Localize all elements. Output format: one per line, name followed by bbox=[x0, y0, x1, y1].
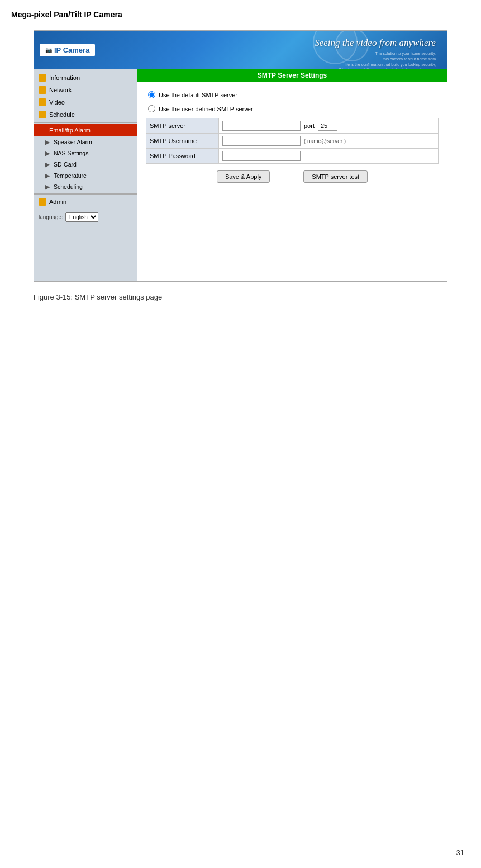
sidebar-label-admin: Admin bbox=[49, 198, 66, 205]
radio-row-custom: Use the user defined SMTP server bbox=[146, 102, 439, 116]
sidebar-item-admin[interactable]: Admin bbox=[34, 196, 137, 208]
sidebar-label-schedule: Schedule bbox=[49, 111, 75, 118]
admin-icon bbox=[39, 198, 46, 206]
radio-row-default: Use the default SMTP server bbox=[146, 88, 439, 102]
main-content: Information Network Video Schedule Email… bbox=[34, 69, 447, 281]
table-row-smtp-server: SMTP server port bbox=[146, 118, 439, 134]
camera-icon: 📷 bbox=[45, 47, 52, 53]
panel-header: SMTP Server Settings bbox=[137, 69, 447, 82]
email-ftp-icon bbox=[39, 126, 46, 134]
information-icon bbox=[39, 74, 46, 82]
smtp-test-button[interactable]: SMTP server test bbox=[303, 170, 368, 183]
button-row: Save & Apply SMTP server test bbox=[146, 164, 439, 187]
radio-default-smtp[interactable] bbox=[148, 91, 155, 98]
logo-text: IP Camera bbox=[54, 46, 89, 54]
arrow-icon-sd: ▶ bbox=[45, 161, 50, 168]
video-icon bbox=[39, 98, 46, 106]
sidebar-label-sd-card: SD-Card bbox=[54, 161, 77, 168]
panel-body: Use the default SMTP server Use the user… bbox=[137, 82, 447, 193]
arrow-icon-nas: ▶ bbox=[45, 150, 50, 156]
sidebar-label-scheduling: Scheduling bbox=[54, 183, 83, 190]
sidebar-label-information: Information bbox=[49, 74, 80, 81]
smtp-password-value-cell bbox=[219, 149, 439, 164]
sidebar-item-scheduling[interactable]: ▶ Scheduling bbox=[34, 181, 137, 192]
sidebar-item-nas-settings[interactable]: ▶ NAS Settings bbox=[34, 148, 137, 159]
table-row-smtp-username: SMTP Username ( name@server ) bbox=[146, 134, 439, 149]
language-bar: language: English bbox=[34, 208, 137, 226]
smtp-username-input[interactable] bbox=[222, 136, 301, 146]
sidebar-item-sd-card[interactable]: ▶ SD-Card bbox=[34, 159, 137, 170]
arrow-icon-speaker: ▶ bbox=[45, 139, 50, 145]
page-number: 31 bbox=[456, 848, 464, 857]
smtp-server-input-group: port bbox=[222, 121, 435, 131]
radio-custom-smtp[interactable] bbox=[148, 105, 155, 112]
figure-caption: Figure 3-15: SMTP server settings page bbox=[34, 293, 447, 301]
sidebar-item-email-ftp[interactable]: Email/ftp Alarm bbox=[34, 124, 137, 136]
sidebar-item-network[interactable]: Network bbox=[34, 84, 137, 96]
sidebar-label-temperature: Temperature bbox=[54, 172, 87, 179]
hint-text: ( name@server ) bbox=[304, 138, 346, 144]
smtp-username-label: SMTP Username bbox=[146, 134, 219, 149]
smtp-password-label: SMTP Password bbox=[146, 149, 219, 164]
sidebar-label-nas-settings: NAS Settings bbox=[54, 150, 88, 156]
page-title: Mega-pixel Pan/Tilt IP Camera bbox=[0, 0, 481, 25]
table-row-smtp-password: SMTP Password bbox=[146, 149, 439, 164]
sidebar-item-information[interactable]: Information bbox=[34, 72, 137, 84]
save-apply-button[interactable]: Save & Apply bbox=[217, 170, 270, 183]
sidebar-item-temperature[interactable]: ▶ Temperature bbox=[34, 170, 137, 181]
language-select[interactable]: English bbox=[65, 212, 98, 222]
sidebar-item-schedule[interactable]: Schedule bbox=[34, 108, 137, 121]
port-input[interactable] bbox=[318, 121, 337, 131]
screenshot-frame: 📷 IP Camera Seeing the video from anywhe… bbox=[34, 30, 447, 282]
network-icon bbox=[39, 86, 46, 94]
smtp-username-value-cell: ( name@server ) bbox=[219, 134, 439, 149]
sidebar-label-network: Network bbox=[49, 87, 72, 93]
arrow-icon-temp: ▶ bbox=[45, 172, 50, 179]
smtp-username-input-group: ( name@server ) bbox=[222, 136, 435, 146]
sidebar-label-speaker-alarm: Speaker Alarm bbox=[54, 139, 92, 145]
arrow-icon-scheduling: ▶ bbox=[45, 183, 50, 190]
smtp-password-input[interactable] bbox=[222, 151, 301, 161]
smtp-server-value-cell: port bbox=[219, 118, 439, 134]
sidebar-divider-2 bbox=[34, 193, 137, 195]
radio-default-smtp-label: Use the default SMTP server bbox=[159, 92, 237, 98]
sidebar-item-speaker-alarm[interactable]: ▶ Speaker Alarm bbox=[34, 136, 137, 148]
sidebar-divider bbox=[34, 122, 137, 123]
banner-subtext: The solution to your home security, this… bbox=[339, 51, 436, 69]
right-panel: SMTP Server Settings Use the default SMT… bbox=[137, 69, 447, 281]
radio-custom-smtp-label: Use the user defined SMTP server bbox=[159, 106, 253, 112]
sidebar: Information Network Video Schedule Email… bbox=[34, 69, 137, 281]
language-label: language: bbox=[39, 214, 63, 220]
port-label: port bbox=[304, 122, 315, 129]
logo: 📷 IP Camera bbox=[40, 44, 95, 56]
smtp-server-input[interactable] bbox=[222, 121, 301, 131]
sidebar-item-video[interactable]: Video bbox=[34, 96, 137, 108]
banner: 📷 IP Camera Seeing the video from anywhe… bbox=[34, 31, 447, 69]
schedule-icon bbox=[39, 111, 46, 118]
smtp-form-table: SMTP server port SMTP Username bbox=[146, 118, 439, 164]
banner-tagline: Seeing the video from anywhere bbox=[315, 37, 436, 49]
sidebar-label-email-ftp: Email/ftp Alarm bbox=[49, 127, 91, 134]
sidebar-label-video: Video bbox=[49, 99, 65, 106]
smtp-server-label: SMTP server bbox=[146, 118, 219, 134]
